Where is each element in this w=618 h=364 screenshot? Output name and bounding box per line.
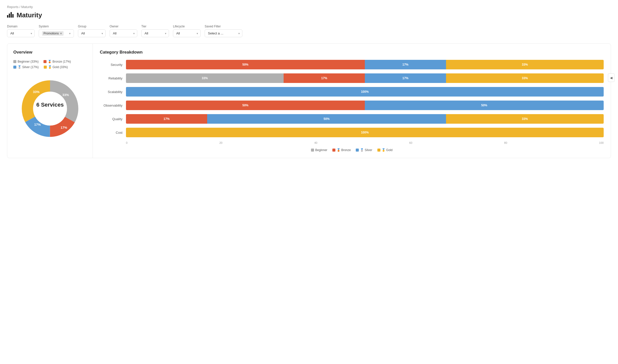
bar-label-scalability: Scalability — [100, 90, 122, 94]
bar-segment-beginner: 33% — [126, 73, 284, 83]
filter-saved-select-wrapper[interactable]: Select a ... — [205, 29, 242, 37]
legend-silver-color — [13, 66, 16, 69]
bottom-legend-beginner: Beginner — [311, 148, 327, 152]
legend-bronze: 🥉 Bronze (17%) — [43, 60, 71, 63]
bar-segment-silver: 17% — [365, 60, 446, 69]
legend-beginner-label: Beginner (33%) — [18, 60, 38, 63]
bar-row-reliability: Reliability33%17%17%33% — [100, 73, 604, 83]
bottom-legend-gold-color — [377, 149, 380, 152]
bar-track-quality: 17%50%33% — [126, 114, 604, 124]
filter-system-tag-close[interactable]: ✕ — [60, 32, 62, 35]
bottom-legend-bronze: 🥉 Bronze — [332, 148, 351, 152]
legend-gold: 🥇 Gold (33%) — [44, 65, 68, 69]
bottom-legend-beginner-color — [311, 149, 314, 152]
axis-80: 80 — [504, 141, 507, 144]
legend-bronze-label: 🥉 Bronze (17%) — [48, 60, 71, 63]
bar-segment-gold: 33% — [446, 114, 604, 124]
bottom-legend-bronze-label: 🥉 Bronze — [337, 148, 351, 152]
filter-lifecycle: Lifecycle All — [173, 25, 201, 37]
filter-tier: Tier All — [141, 25, 169, 37]
main-content: Overview Beginner (33%) 🥉 Bronze (17%) 🥈… — [7, 43, 611, 158]
overview-title: Overview — [13, 50, 86, 55]
bar-track-reliability: 33%17%17%33% — [126, 73, 604, 83]
collapse-panel-button[interactable]: ◀ — [608, 73, 614, 82]
bar-track-cost: 100% — [126, 128, 604, 137]
bar-segment-gold: 33% — [446, 73, 604, 83]
filter-lifecycle-select[interactable]: All — [173, 29, 201, 37]
breadcrumb-current: Maturity — [21, 5, 33, 9]
filter-system-tag-label: Promotions — [43, 32, 59, 35]
filter-system: System Promotions ✕ ▾ — [39, 25, 74, 37]
bar-row-scalability: Scalability100% — [100, 87, 604, 97]
filter-saved: Saved Filter Select a ... — [205, 25, 242, 37]
donut-bronze-label: 17% — [60, 126, 67, 129]
bar-segment-silver: 50% — [207, 114, 446, 124]
filter-owner-select[interactable]: All — [110, 29, 137, 37]
axis-40: 40 — [314, 141, 317, 144]
filter-domain-label: Domain — [7, 25, 35, 28]
bar-segment-silver: 17% — [365, 73, 446, 83]
chart-area: Security50%17%33%Reliability33%17%17%33%… — [100, 60, 604, 137]
filters-row: Domain All System Promotions ✕ ▾ Group — [7, 25, 611, 37]
axis-20: 20 — [219, 141, 222, 144]
filter-domain: Domain All — [7, 25, 35, 37]
bottom-legend-silver-label: 🥈 Silver — [360, 148, 372, 152]
bar-segment-bronze: 17% — [284, 73, 365, 83]
donut-silver-label: 17% — [34, 123, 40, 126]
axis-60: 60 — [409, 141, 412, 144]
filter-saved-label: Saved Filter — [205, 25, 242, 28]
bar-row-cost: Cost100% — [100, 128, 604, 137]
svg-rect-3 — [12, 14, 14, 18]
filter-group-select-wrapper[interactable]: All — [78, 29, 106, 37]
bar-segment-bronze: 50% — [126, 60, 365, 69]
filter-saved-select[interactable]: Select a ... — [205, 29, 242, 37]
filter-system-tag-wrapper[interactable]: Promotions ✕ ▾ — [39, 29, 74, 37]
collapse-icon: ◀ — [610, 76, 612, 80]
breakdown-title: Category Breakdown — [100, 50, 604, 55]
page-title: Maturity — [17, 11, 42, 19]
filter-owner-select-wrapper[interactable]: All — [110, 29, 137, 37]
filter-group-label: Group — [78, 25, 106, 28]
legend-silver-label: 🥈 Silver (17%) — [18, 65, 39, 69]
filter-lifecycle-label: Lifecycle — [173, 25, 201, 28]
bottom-legend-silver: 🥈 Silver — [356, 148, 372, 152]
filter-domain-select-wrapper[interactable]: All — [7, 29, 35, 37]
filter-domain-select[interactable]: All — [7, 29, 35, 37]
bar-segment-bronze: 50% — [126, 101, 365, 110]
filter-system-chevron-icon: ▾ — [69, 32, 71, 35]
legend-beginner-color — [13, 60, 16, 63]
overview-panel: Overview Beginner (33%) 🥉 Bronze (17%) 🥈… — [7, 44, 93, 158]
svg-rect-2 — [11, 12, 12, 18]
bar-label-reliability: Reliability — [100, 76, 122, 80]
legend-gold-label: 🥇 Gold (33%) — [48, 65, 68, 69]
main-wrapper: Overview Beginner (33%) 🥉 Bronze (17%) 🥈… — [7, 43, 611, 158]
filter-system-label: System — [39, 25, 74, 28]
axis-row: 0 20 40 60 80 100 — [126, 141, 604, 144]
bottom-legend-beginner-label: Beginner — [315, 148, 327, 152]
bar-label-cost: Cost — [100, 131, 122, 134]
filter-tier-select-wrapper[interactable]: All — [141, 29, 169, 37]
bar-segment-bronze: 17% — [126, 114, 207, 124]
maturity-chart-icon — [7, 12, 14, 19]
bar-segment-silver: 100% — [126, 87, 604, 97]
page: Reports / Maturity Maturity Domain All — [0, 0, 618, 364]
bar-row-quality: Quality17%50%33% — [100, 114, 604, 124]
bottom-legend-gold: 🥇 Gold — [377, 148, 393, 152]
bar-track-scalability: 100% — [126, 87, 604, 97]
svg-rect-1 — [9, 14, 10, 18]
bottom-legend-gold-label: 🥇 Gold — [382, 148, 393, 152]
breadcrumb-parent[interactable]: Reports — [7, 5, 19, 9]
donut-chart-container: 6 Services 33% 33% 17% 17% — [13, 73, 86, 146]
filter-owner: Owner All — [110, 25, 137, 37]
overview-legend: Beginner (33%) 🥉 Bronze (17%) 🥈 Silver (… — [13, 60, 86, 69]
breadcrumb: Reports / Maturity — [7, 5, 611, 9]
filter-group-select[interactable]: All — [78, 29, 106, 37]
filter-lifecycle-select-wrapper[interactable]: All — [173, 29, 201, 37]
bottom-legend-bronze-color — [332, 149, 335, 152]
bar-segment-silver: 50% — [365, 101, 604, 110]
filter-tier-select[interactable]: All — [141, 29, 169, 37]
bar-row-security: Security50%17%33% — [100, 60, 604, 69]
donut-gold-label: 33% — [33, 90, 39, 94]
legend-bronze-color — [43, 60, 47, 63]
donut-chart: 6 Services 33% 33% 17% 17% — [17, 76, 83, 141]
